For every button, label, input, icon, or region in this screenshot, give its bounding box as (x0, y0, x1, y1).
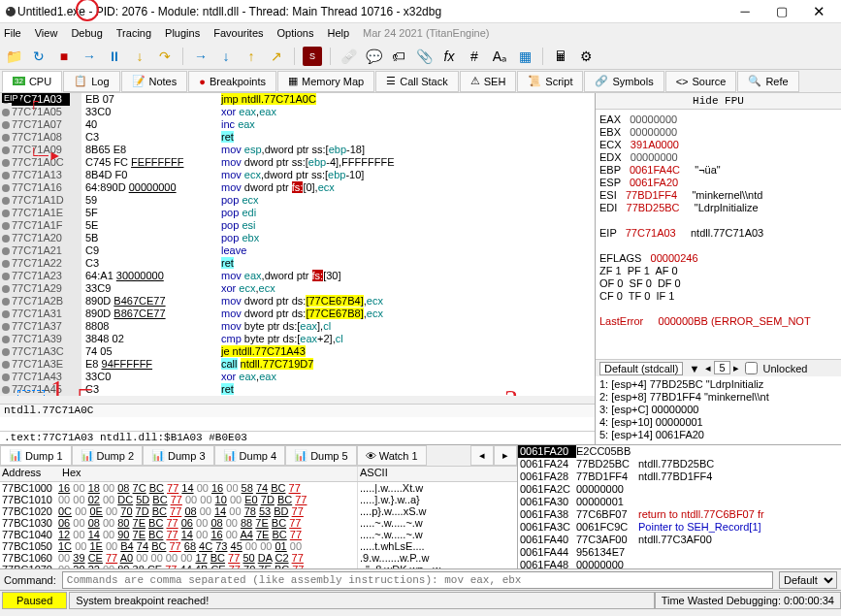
close-button[interactable]: ✕ (800, 1, 837, 22)
open-icon[interactable]: 📁 (4, 47, 23, 66)
menu-favourites[interactable]: Favourites (213, 27, 263, 39)
run-icon[interactable]: → (80, 47, 99, 66)
tab-dump5[interactable]: 📊Dump 5 (285, 445, 357, 466)
tab-source[interactable]: <>Source (665, 71, 737, 92)
disasm-row[interactable]: 77C71A31890D B867CE77mov dword ptr ds:[7… (0, 308, 595, 320)
restart-icon[interactable]: ↻ (29, 47, 49, 66)
tab-log[interactable]: 📋Log (63, 71, 119, 92)
step-into-icon[interactable]: ↓ (130, 47, 149, 66)
disasm-row[interactable]: 77C71A2364:A1 30000000mov eax,dword ptr … (0, 270, 595, 282)
disasm-row[interactable]: 77C71A0CC745 FC FEFFFFFFmov dword ptr ss… (0, 156, 595, 169)
command-mode-select[interactable]: Default (779, 571, 837, 589)
text-icon[interactable]: Aₐ (490, 47, 509, 66)
tab-breakpoints[interactable]: ●Breakpoints (188, 71, 276, 92)
minimize-button[interactable]: ─ (727, 1, 763, 22)
convention-select[interactable]: Default (stdcall) (599, 362, 683, 375)
stack-row[interactable]: 0061FA44956134E7 (518, 546, 841, 559)
disasm-row[interactable]: 77C71A378808mov byte ptr ds:[eax],cl (0, 320, 595, 333)
dump-view[interactable]: 77BC100016 00 18 00 08 7C BC 77 14 00 16… (0, 482, 517, 568)
tab-dump2[interactable]: 📊Dump 2 (72, 445, 144, 466)
menu-view[interactable]: View (35, 27, 58, 39)
tab-nav-right[interactable]: ▸ (494, 445, 517, 466)
trace-into-icon[interactable]: → (191, 47, 210, 66)
disassembly-view[interactable]: EIP ┌ └─► 1 ⌐ 3 77C71A03EB 07jmp ntdll.7… (0, 93, 595, 396)
disasm-row[interactable]: 77C71A138B4D F0mov ecx,dword ptr ss:[ebp… (0, 169, 595, 181)
modules-icon[interactable]: ▦ (515, 47, 534, 66)
dump-row[interactable]: 77BC107000 20 22 00 80 38 CE 77 44 4B CE… (0, 564, 517, 568)
run-to-icon[interactable]: ↑ (242, 47, 261, 66)
stack-row[interactable]: 0061FA4077C3AF00ntdll.77C3AF00 (518, 534, 841, 546)
disasm-row[interactable]: 77C71A3EE8 94FFFFFFcall ntdll.77C719D7 (0, 358, 595, 371)
disasm-row[interactable]: 77C71A2933C9xor ecx,ecx (0, 282, 595, 295)
dump-row[interactable]: 77BC10501C 00 1E 00 B4 74 BC 77 68 4C 73… (0, 540, 517, 552)
stack-row[interactable]: 0061FA2477BD25BCntdll.77BD25BC (518, 458, 841, 470)
tab-dump4[interactable]: 📊Dump 4 (214, 445, 286, 466)
chevron-down-icon[interactable]: ▼ (689, 363, 699, 374)
menu-debug[interactable]: Debug (71, 27, 102, 39)
disasm-row[interactable]: 77C71A0740inc eax (0, 118, 595, 131)
menu-file[interactable]: File (4, 27, 21, 39)
stack-row[interactable]: 0061FA2C00000000 (518, 483, 841, 496)
menu-help[interactable]: Help (327, 27, 349, 39)
disasm-row[interactable]: 77C71A21C9leave (0, 244, 595, 257)
tab-memory[interactable]: ▦Memory Map (277, 71, 374, 92)
tab-script[interactable]: 📜Script (517, 71, 583, 92)
tab-notes[interactable]: 📝Notes (121, 71, 188, 92)
stack-row[interactable]: 0061FA3C0061FC9CPointer to SEH_Record[1] (518, 521, 841, 534)
tab-nav-left[interactable]: ◂ (470, 445, 494, 466)
disasm-row[interactable]: 77C71A098B65 E8mov esp,dword ptr ss:[ebp… (0, 144, 595, 156)
dump-row[interactable]: 77BC10200C 00 0E 00 70 7D BC 77 08 00 14… (0, 505, 517, 517)
stack-row[interactable]: 0061FA20E2CC05BB (518, 445, 841, 458)
tab-symbols[interactable]: 🔗Symbols (584, 71, 663, 92)
menu-options[interactable]: Options (277, 27, 314, 39)
stack-row[interactable]: 0061FA2877BD1FF4ntdll.77BD1FF4 (518, 470, 841, 483)
stack-row[interactable]: 0061FA4800000000 (518, 559, 841, 571)
run-until-icon[interactable]: ↗ (267, 47, 286, 66)
dump-row[interactable]: 77BC101000 00 02 00 DC 5D BC 77 00 00 10… (0, 494, 517, 505)
arg-count[interactable]: 5 (714, 361, 729, 374)
dump-row[interactable]: 77BC103006 00 08 00 80 7E BC 77 06 00 08… (0, 517, 517, 529)
pause-icon[interactable]: ⏸ (105, 47, 124, 66)
comments-icon[interactable]: 💬 (364, 47, 383, 66)
disasm-row[interactable]: 77C71A22C3ret (0, 257, 595, 270)
stack-row[interactable]: 0061FA3000000001 (518, 496, 841, 508)
step-over-icon[interactable]: ↷ (155, 47, 175, 66)
disasm-row[interactable]: 77C71A2B890D B467CE77mov dword ptr ds:[7… (0, 295, 595, 308)
command-input[interactable] (62, 571, 773, 589)
tab-cpu[interactable]: 32CPU (2, 71, 62, 92)
menu-tracing[interactable]: Tracing (116, 27, 151, 39)
disasm-row[interactable]: 77C71A1664:890D 00000000mov dword ptr fs… (0, 181, 595, 194)
disasm-row[interactable]: 77C71A1F5Epop esi (0, 219, 595, 232)
disasm-row[interactable]: 77C71A0533C0xor eax,eax (0, 106, 595, 118)
stack-view[interactable]: 0061FA20E2CC05BB0061FA2477BD25BCntdll.77… (518, 445, 841, 568)
disasm-row[interactable]: 77C71A3C74 05je ntdll.77C71A43 (0, 345, 595, 358)
disasm-row[interactable]: 77C71A03EB 07jmp ntdll.77C71A0C (0, 93, 595, 106)
tab-dump3[interactable]: 📊Dump 3 (143, 445, 214, 466)
disasm-row[interactable]: 77C71A45C3ret (0, 383, 595, 396)
calc-icon[interactable]: 🖩 (551, 47, 570, 66)
stack-row[interactable]: 0061FA3877C6BF07return to ntdll.77C6BF07… (518, 508, 841, 521)
tab-watch1[interactable]: 👁Watch 1 (357, 445, 427, 466)
patches-icon[interactable]: 🩹 (339, 47, 358, 66)
disasm-row[interactable]: 77C71A205Bpop ebx (0, 232, 595, 244)
disasm-row[interactable]: 77C71A1D59pop ecx (0, 194, 595, 207)
hide-fpu-button[interactable]: Hide FPU (596, 93, 841, 110)
dump-row[interactable]: 77BC100016 00 18 00 08 7C BC 77 14 00 16… (0, 482, 517, 494)
labels-icon[interactable]: 🏷 (389, 47, 408, 66)
disasm-row[interactable]: 77C71A4333C0xor eax,eax (0, 371, 595, 383)
scylla-icon[interactable]: S (303, 47, 322, 66)
stop-icon[interactable]: ■ (54, 47, 74, 66)
dump-row[interactable]: 77BC104012 00 14 00 90 7E BC 77 14 00 16… (0, 529, 517, 540)
tab-dump1[interactable]: 📊Dump 1 (0, 445, 72, 466)
disasm-row[interactable]: 77C71A1E5Fpop edi (0, 207, 595, 219)
settings-icon[interactable]: ⚙ (576, 47, 596, 66)
functions-icon[interactable]: fx (439, 47, 459, 66)
disasm-row[interactable]: 77C71A393848 02cmp byte ptr ds:[eax+2],c… (0, 333, 595, 345)
menu-plugins[interactable]: Plugins (165, 27, 200, 39)
maximize-button[interactable]: ▢ (763, 1, 800, 22)
trace-over-icon[interactable]: ↓ (216, 47, 236, 66)
tab-seh[interactable]: ⚠SEH (460, 71, 517, 92)
tab-callstack[interactable]: ☰Call Stack (375, 71, 459, 92)
bookmarks-icon[interactable]: 📎 (414, 47, 434, 66)
dump-row[interactable]: 77BC106000 39 CE 77 A0 00 00 00 00 17 BC… (0, 552, 517, 564)
